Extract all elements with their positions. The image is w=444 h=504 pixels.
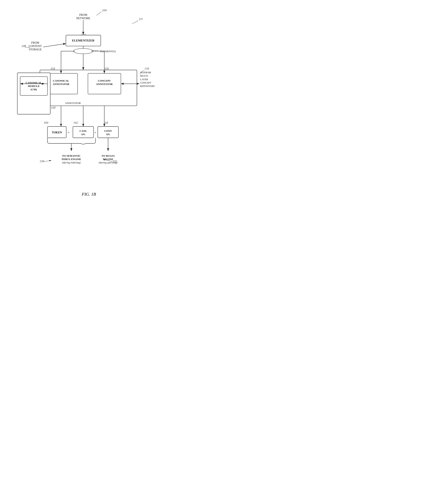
to-semantic-label3: (during indexing) (62, 161, 81, 164)
ref-160: 160 (44, 121, 48, 124)
to-from-label4: CONCEPT (140, 81, 151, 84)
concept-annotator-label1: CONCEPT (98, 79, 111, 82)
annotator-label: ANNOTATOR (65, 102, 81, 105)
elementizer-label: ELEMENTIZER (72, 39, 95, 42)
ref-156: 156 (104, 67, 109, 70)
ref-104: 104 (102, 8, 107, 12)
to-rules-label2: ENGINE (103, 158, 113, 161)
from-network-label: FROM (79, 13, 87, 17)
plus1-label: + (68, 131, 70, 134)
token-label: TOKEN (52, 131, 62, 134)
to-semantic-label2: INDEX ENGINE (62, 158, 81, 161)
ref-111: 111 (139, 18, 143, 21)
to-rules-label3: (during querying) (99, 161, 118, 164)
ref-130: 130 (39, 160, 44, 163)
svg-line-6 (44, 161, 51, 162)
brace-path (47, 138, 95, 144)
concept-annotator-label2: ANNOTATOR (96, 83, 113, 86)
from-content-storage-label2: CONTENT (29, 44, 42, 48)
canonical-annotator-label1: CANONICAL (53, 79, 69, 82)
to-from-label1: TO/FROM (140, 71, 151, 74)
from-network-label2: NETWORK (76, 17, 90, 20)
canl-an-label2: AN. (81, 133, 86, 136)
canonical-module-label3: (CM) (31, 88, 37, 91)
to-rules-label1: TO RULES (102, 154, 115, 157)
cont-an-label2: AN. (106, 133, 110, 136)
ref-158: 158 (51, 106, 55, 109)
plus2-label: + (94, 131, 96, 134)
to-from-label5: REPOSITORY (140, 85, 155, 88)
from-content-storage-label: FROM (31, 41, 39, 44)
ref-134: 134 (144, 67, 149, 70)
canonical-annotator-label2: ANNOTATOR (53, 83, 70, 86)
ref-154: 154 (50, 67, 55, 70)
figure-caption: FIG. 1B (8, 192, 170, 197)
canl-an-label1: CANL (80, 129, 87, 132)
to-semantic-label1: TO SEMANTIC (62, 154, 81, 157)
elements-ellipse (73, 48, 93, 54)
diagram-container: 104 111 108 150 152 154 156 134 158 160 … (8, 6, 170, 197)
canonical-module-label2: MODULE (28, 85, 40, 88)
to-from-label3: LAYER (140, 78, 148, 81)
svg-line-9 (43, 44, 66, 47)
ref-162: 162 (73, 121, 78, 124)
from-content-storage-label3: STORAGE (29, 48, 42, 51)
to-from-label2: MULTI- (140, 75, 148, 77)
diagram-svg: 104 111 108 150 152 154 156 134 158 160 … (8, 6, 170, 185)
cont-an-label1: CONT (104, 129, 112, 132)
svg-line-3 (132, 20, 138, 24)
svg-line-2 (96, 12, 101, 15)
ref-108: 108 (21, 44, 26, 48)
